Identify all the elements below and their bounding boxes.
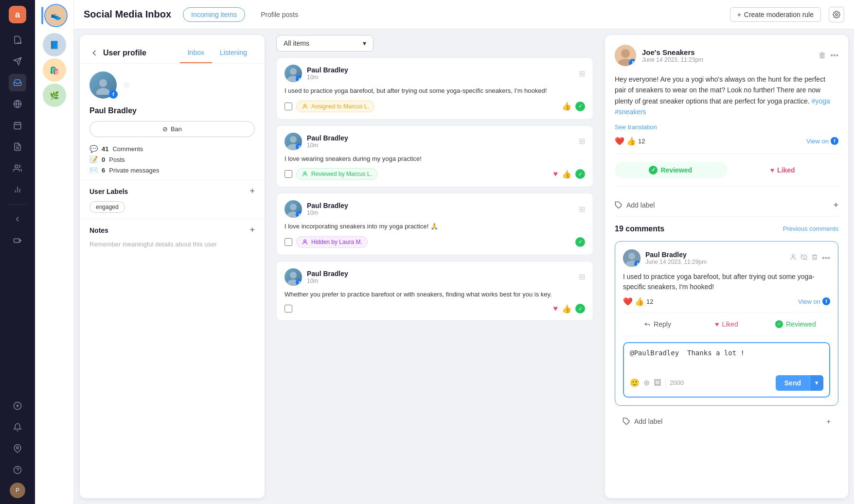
reply-input[interactable] bbox=[630, 349, 823, 368]
heart-icon-4[interactable]: ♥ bbox=[553, 304, 558, 313]
bottom-add-label[interactable]: Add label + bbox=[615, 412, 838, 431]
star-icon[interactable]: ☆ bbox=[123, 80, 130, 90]
settings-btn[interactable] bbox=[829, 7, 844, 22]
sidebar-item-social-profiles[interactable] bbox=[9, 31, 26, 49]
post-fb-badge-4: f bbox=[296, 279, 302, 286]
ban-button[interactable]: ⊘ Ban bbox=[89, 121, 255, 137]
liked-comment-action[interactable]: ♥ Liked bbox=[692, 317, 761, 331]
reaction-icons: ❤️ 👍 12 bbox=[615, 137, 645, 146]
add-note-btn[interactable]: + bbox=[249, 225, 255, 235]
incoming-items-btn[interactable]: Incoming items bbox=[183, 7, 245, 22]
profile-item-active[interactable]: 👟 bbox=[44, 4, 68, 27]
post-checkbox-4[interactable] bbox=[285, 305, 292, 313]
post-item-1[interactable]: f Paul Bradley 10m ⊞ I used to practice … bbox=[276, 57, 593, 120]
comment-reviewed-label: Reviewed bbox=[786, 320, 816, 328]
post-body: Hey everyone! Are you a yogi who's alway… bbox=[615, 74, 838, 118]
assign-icon[interactable] bbox=[790, 254, 797, 262]
bottom-add-label-text: Add label bbox=[634, 417, 662, 425]
post-item-4[interactable]: f Paul Bradley 10m ⊞ Whether you prefer … bbox=[276, 261, 593, 321]
sidebar-item-analytics[interactable] bbox=[9, 181, 26, 198]
label-tag-engaged[interactable]: engaged bbox=[89, 201, 125, 213]
post-count: 0 bbox=[102, 156, 105, 163]
post-text-3: I love incorporating sneakers into my yo… bbox=[285, 222, 585, 231]
liked-label: Liked bbox=[777, 166, 795, 174]
view-on-facebook[interactable]: View on f bbox=[806, 137, 838, 145]
profile-item-3[interactable]: 🌿 bbox=[43, 84, 66, 107]
sidebar-item-video[interactable] bbox=[9, 232, 26, 249]
chevron-down-icon: ▾ bbox=[363, 39, 366, 47]
svg-point-27 bbox=[304, 104, 306, 106]
add-label-btn[interactable]: + bbox=[249, 186, 255, 196]
sidebar-item-location[interactable] bbox=[9, 440, 26, 457]
post-checkbox-1[interactable] bbox=[285, 103, 292, 110]
sidebar-item-globe[interactable] bbox=[9, 95, 26, 113]
post-time-2: 10m bbox=[307, 142, 348, 149]
comment-user-info: Paul Bradley June 14 2023, 11:29pm bbox=[645, 251, 707, 265]
send-dropdown-btn[interactable]: ▾ bbox=[810, 375, 823, 391]
post-avatar-3: f bbox=[285, 200, 302, 218]
comment-icon: 💬 bbox=[89, 145, 98, 153]
comment-heart-icon: ♥ bbox=[715, 320, 719, 328]
reviewed-action[interactable]: ✓ Reviewed bbox=[615, 162, 727, 178]
post-header-3: f Paul Bradley 10m ⊞ bbox=[285, 200, 585, 218]
more-icon[interactable]: ••• bbox=[830, 51, 838, 60]
create-rule-btn[interactable]: + Create moderation rule bbox=[730, 7, 821, 22]
sidebar-item-bell[interactable] bbox=[9, 418, 26, 436]
liked-action[interactable]: ♥ Liked bbox=[727, 162, 839, 178]
body-layout: User profile Inbox Listening f ☆ Paul bbox=[74, 29, 854, 504]
heart-action-icon: ♥ bbox=[770, 166, 774, 174]
post-item-3[interactable]: f Paul Bradley 10m ⊞ I love incorporatin… bbox=[276, 193, 593, 255]
profile-posts-btn[interactable]: Profile posts bbox=[253, 8, 306, 21]
like-icon-1[interactable]: 👍 bbox=[562, 102, 571, 111]
like-icon-4[interactable]: 👍 bbox=[562, 304, 571, 313]
tab-listening[interactable]: Listening bbox=[212, 43, 255, 63]
like-icon-2[interactable]: 👍 bbox=[562, 170, 571, 179]
reviewed-comment-action[interactable]: ✓ Reviewed bbox=[761, 317, 830, 331]
post-label: Posts bbox=[109, 156, 125, 163]
post-icon: 📝 bbox=[89, 156, 98, 163]
see-translation-link[interactable]: See translation bbox=[615, 123, 838, 131]
svg-point-19 bbox=[17, 447, 19, 449]
prev-comments-link[interactable]: Previous comments bbox=[783, 225, 838, 232]
post-header-1: f Paul Bradley 10m ⊞ bbox=[285, 65, 585, 82]
reply-action[interactable]: Reply bbox=[623, 317, 692, 331]
sidebar-item-calendar[interactable] bbox=[9, 117, 26, 134]
comment-trash-icon[interactable] bbox=[811, 254, 818, 262]
reviewed-dot: ✓ bbox=[775, 320, 783, 328]
profile-item-1[interactable]: 📘 bbox=[43, 33, 66, 56]
sidebar-item-expand[interactable] bbox=[9, 210, 26, 228]
like-reaction: 👍 bbox=[626, 137, 636, 146]
sidebar-item-add[interactable] bbox=[9, 397, 26, 415]
sidebar-item-reports[interactable] bbox=[9, 138, 26, 156]
source-name: Joe's Sneakers bbox=[642, 48, 703, 56]
comment-label: Comments bbox=[112, 145, 143, 153]
tab-inbox[interactable]: Inbox bbox=[180, 43, 212, 63]
gallery-icon-2: ⊞ bbox=[579, 137, 585, 146]
sidebar-item-contacts[interactable] bbox=[9, 159, 26, 177]
hide-icon[interactable] bbox=[801, 254, 807, 262]
post-checkbox-3[interactable] bbox=[285, 238, 292, 246]
comment-view-on[interactable]: View on f bbox=[798, 297, 830, 305]
comment-more-icon[interactable]: ••• bbox=[822, 254, 830, 262]
heart-icon-2[interactable]: ♥ bbox=[553, 170, 558, 178]
profile-item-2[interactable]: 🛍️ bbox=[43, 58, 66, 82]
user-avatar[interactable]: P bbox=[10, 483, 25, 498]
sidebar-item-inbox[interactable] bbox=[9, 74, 26, 91]
trash-icon[interactable]: 🗑 bbox=[818, 51, 826, 60]
sidebar-item-send[interactable] bbox=[9, 52, 26, 70]
sidebar-item-help[interactable] bbox=[9, 461, 26, 479]
profile-panel-title: User profile bbox=[103, 49, 176, 57]
filter-select[interactable]: All items ▾ bbox=[276, 35, 374, 52]
post-item-2[interactable]: f Paul Bradley 10m ⊞ I love wearing snea… bbox=[276, 125, 593, 188]
profile-info: f ☆ bbox=[80, 64, 265, 106]
post-checkbox-2[interactable] bbox=[285, 170, 292, 178]
agent-badge-1: Assigned to Marcus L. bbox=[296, 101, 374, 112]
notes-placeholder: Remember meaningful details about this u… bbox=[89, 240, 255, 249]
gif-icon[interactable]: ⊕ bbox=[643, 378, 650, 387]
emoji-picker-icon[interactable]: 🙂 bbox=[630, 378, 640, 387]
message-label: Private messages bbox=[109, 167, 159, 174]
add-label-row[interactable]: Add label + bbox=[615, 194, 838, 217]
back-btn[interactable] bbox=[89, 48, 99, 58]
image-icon[interactable]: 🖼 bbox=[654, 379, 661, 387]
send-main-btn[interactable]: Send bbox=[776, 375, 810, 391]
